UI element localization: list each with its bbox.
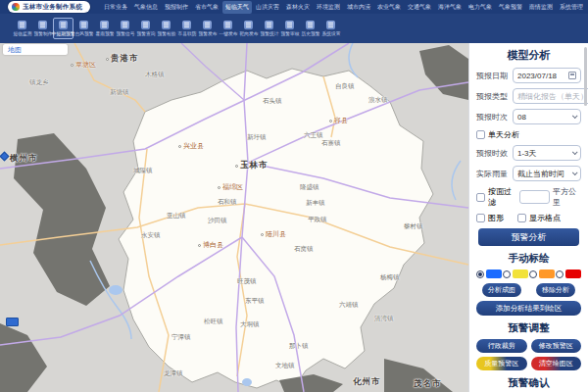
tab-14[interactable]: 历史预警: [300, 18, 320, 39]
tab-label: 市县联防: [177, 30, 196, 36]
remove-analysis-button[interactable]: 移除分析: [536, 283, 575, 297]
tab-label: 短临监测: [13, 30, 31, 36]
document-icon: [326, 21, 335, 29]
app-logo-icon: [12, 3, 20, 11]
document-icon: [182, 21, 191, 29]
document-icon: [265, 21, 273, 29]
panel-scrollbar[interactable]: [584, 47, 587, 106]
forecast-time-label: 预报时次: [476, 112, 510, 122]
analyze-button[interactable]: 预警分析: [478, 228, 579, 246]
map-label-city: 玉林市: [235, 160, 269, 172]
tab-bar: 短临监测预警制作中短期预警台风预警暴雨预警预警信号预警查询预警检验市县联防预警发…: [0, 14, 588, 43]
color-swatch-2: [539, 270, 555, 278]
top-nav-item-8[interactable]: 城市内涝: [344, 1, 373, 14]
color-radio-0[interactable]: [476, 270, 484, 278]
tab-8[interactable]: 市县联防: [176, 18, 197, 39]
map-label-town: 浪水镇: [368, 96, 388, 105]
validity-value: 1-3天: [517, 148, 537, 159]
color-swatch-group: [476, 270, 581, 278]
grid-label: 显示格点: [529, 213, 561, 223]
map-label-county: 博白县: [198, 240, 223, 250]
top-nav: 日常业务气象信息预报制作省市气象短临天气山洪灾害森林火灾环境监测城市内涝农业气象…: [101, 0, 586, 14]
document-icon: [100, 21, 109, 29]
rainfall-select[interactable]: 截止当前时间: [513, 166, 581, 181]
map-label-town: 石和镇: [218, 198, 237, 207]
document-icon: [59, 21, 68, 29]
chevron-down-icon: [572, 113, 578, 119]
color-option-1[interactable]: [503, 270, 528, 278]
analysis-to-image-button[interactable]: 分析成图: [482, 283, 521, 297]
quality-warning-zone-button[interactable]: 质量预警区: [476, 357, 527, 370]
tab-label: 台风预警: [74, 30, 93, 36]
top-nav-item-2[interactable]: 预报制作: [162, 1, 191, 14]
map-label-city: 贵港市: [106, 53, 139, 65]
map-label-town: 杨梅镇: [380, 273, 400, 282]
validity-select[interactable]: 1-3天: [513, 145, 581, 161]
forecast-date-input[interactable]: 2023/07/18: [513, 68, 581, 83]
tab-6[interactable]: 预警查询: [135, 18, 156, 39]
single-day-label: 单天分析: [488, 129, 519, 140]
tab-9[interactable]: 预警发布: [197, 18, 218, 39]
admin-clip-button[interactable]: 行政裁剪: [476, 339, 527, 353]
map-label-city: 横州市: [10, 153, 38, 165]
top-nav-item-11[interactable]: 海洋气象: [435, 1, 465, 14]
color-radio-3[interactable]: [556, 270, 564, 278]
top-nav-item-7[interactable]: 环境监测: [314, 1, 343, 14]
tab-3[interactable]: 台风预警: [74, 18, 94, 39]
color-swatch-0: [486, 270, 502, 278]
top-nav-item-5[interactable]: 山洪灾害: [253, 1, 282, 14]
tab-5[interactable]: 预警信号: [115, 18, 135, 39]
tab-13[interactable]: 预警审核: [279, 18, 300, 39]
color-option-2[interactable]: [529, 270, 555, 278]
tab-1[interactable]: 预警制作: [32, 18, 53, 39]
map-label-town: 旺茂镇: [237, 277, 257, 286]
top-nav-item-15[interactable]: 系统管理: [557, 1, 586, 14]
map-link-chip[interactable]: 地图: [3, 44, 68, 55]
add-result-to-draw-area-button[interactable]: 添加分析结果到绘区: [476, 301, 581, 316]
area-filter-input[interactable]: [519, 190, 550, 204]
map-label-town: 石头镇: [263, 97, 282, 106]
tab-15[interactable]: 系统设置: [320, 18, 341, 39]
tab-2[interactable]: 中短期预警: [53, 18, 74, 39]
modify-warning-zone-button[interactable]: 修改预警区: [531, 339, 582, 353]
map-label-town: 东平镇: [245, 297, 265, 306]
forecast-type-input[interactable]: 精细化报告（单天）: [513, 88, 588, 104]
forecast-time-select[interactable]: 08: [513, 109, 581, 124]
validity-label: 预报时效: [476, 148, 510, 159]
color-radio-2[interactable]: [529, 270, 537, 278]
top-nav-item-4[interactable]: 短临天气: [222, 1, 252, 14]
color-radio-1[interactable]: [503, 270, 511, 278]
color-option-0[interactable]: [476, 270, 502, 278]
tab-0[interactable]: 短临监测: [12, 18, 32, 39]
app-window: 玉林市业务制作系统 日常业务气象信息预报制作省市气象短临天气山洪灾害森林火灾环境…: [0, 0, 588, 392]
map-label-town: 隆盛镇: [300, 183, 319, 192]
forecast-type-placeholder: 精细化报告（单天）: [517, 91, 588, 102]
document-icon: [121, 21, 129, 29]
tab-4[interactable]: 暴雨预警: [94, 18, 115, 39]
grid-checkbox[interactable]: [517, 214, 526, 222]
tab-10[interactable]: 一键发布: [218, 18, 238, 39]
tab-12[interactable]: 预警统计: [259, 18, 279, 39]
tab-7[interactable]: 预警检验: [156, 18, 176, 39]
place-marker-icon: [198, 244, 201, 247]
top-nav-item-14[interactable]: 雨情监测: [526, 1, 556, 14]
top-nav-item-10[interactable]: 交通气象: [405, 1, 434, 14]
clear-draw-area-button[interactable]: 清空绘图区: [531, 357, 582, 370]
tab-11[interactable]: 靶向发布: [238, 18, 259, 39]
shape-checkbox[interactable]: [476, 214, 485, 222]
top-nav-item-3[interactable]: 省市气象: [192, 1, 221, 14]
place-marker-icon: [329, 120, 332, 122]
document-icon: [285, 21, 294, 29]
map-label-town: 城隍镇: [133, 167, 153, 175]
single-day-checkbox[interactable]: [476, 130, 485, 139]
top-nav-item-0[interactable]: 日常业务: [101, 1, 130, 14]
top-nav-item-1[interactable]: 气象信息: [131, 1, 161, 14]
color-option-3[interactable]: [556, 270, 581, 278]
map-canvas[interactable]: 贵港市横州市玉林市化州市茂名市覃塘区兴业县容县福绵区陆川县博白县镇龙乡新塘镇木格…: [0, 43, 468, 392]
area-filter-checkbox[interactable]: [476, 193, 485, 202]
document-icon: [306, 21, 315, 29]
top-nav-item-13[interactable]: 气象预警: [496, 1, 525, 14]
top-nav-item-6[interactable]: 森林火灾: [283, 1, 313, 14]
top-nav-item-12[interactable]: 电力气象: [466, 1, 495, 14]
top-nav-item-9[interactable]: 农业气象: [374, 1, 404, 14]
